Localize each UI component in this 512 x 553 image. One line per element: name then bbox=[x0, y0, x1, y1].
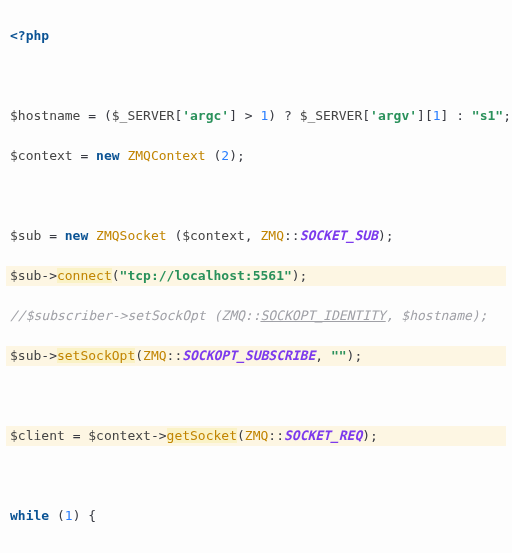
code-line: while (1) { bbox=[6, 506, 506, 526]
code-line: $hostname = ($_SERVER['argc'] > 1) ? $_S… bbox=[6, 106, 506, 126]
php-open-tag: <?php bbox=[10, 28, 49, 43]
code-line: $context = new ZMQContext (2); bbox=[6, 146, 506, 166]
code-line: $sub = new ZMQSocket ($context, ZMQ::SOC… bbox=[6, 226, 506, 246]
code-line: $sub->connect("tcp://localhost:5561"); bbox=[6, 266, 506, 286]
code-line: //$subscriber->setSockOpt (ZMQ::SOCKOPT_… bbox=[6, 306, 506, 326]
code-line: $sub->setSockOpt(ZMQ::SOCKOPT_SUBSCRIBE,… bbox=[6, 346, 506, 366]
code-line bbox=[6, 66, 506, 86]
code-editor[interactable]: <?php $hostname = ($_SERVER['argc'] > 1)… bbox=[0, 0, 512, 553]
code-line: $client = $context->getSocket(ZMQ::SOCKE… bbox=[6, 426, 506, 446]
code-line bbox=[6, 546, 506, 553]
code-line bbox=[6, 386, 506, 406]
code-line bbox=[6, 186, 506, 206]
code-line bbox=[6, 466, 506, 486]
code-line: <?php bbox=[6, 26, 506, 46]
